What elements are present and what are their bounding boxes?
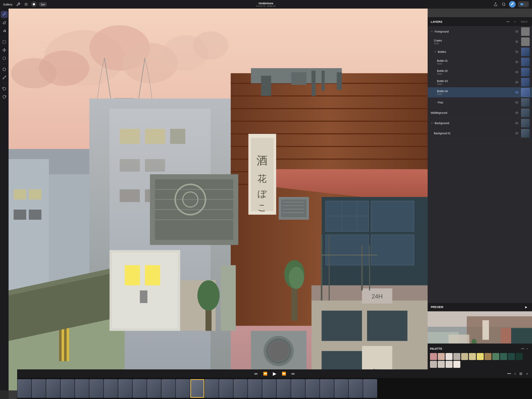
svg-rect-38	[14, 189, 26, 200]
svg-point-26	[193, 31, 228, 60]
eraser-tool-button[interactable]	[1, 19, 8, 26]
svg-point-24	[11, 58, 57, 89]
undo-button[interactable]	[1, 85, 8, 92]
project-subtitle: Frame 33 · Bottle 04	[256, 5, 266, 7]
redo-button[interactable]	[1, 93, 8, 100]
fill-tool-button[interactable]	[1, 27, 8, 34]
svg-rect-49	[120, 189, 140, 200]
svg-rect-39	[29, 189, 41, 200]
lasso-tool-button[interactable]	[1, 55, 8, 62]
settings-icon[interactable]	[23, 1, 29, 7]
svg-rect-45	[145, 129, 165, 144]
pen-tool-button[interactable]	[1, 11, 8, 18]
left-toolbar	[0, 9, 9, 200]
shape-tool-button[interactable]	[1, 66, 8, 73]
svg-text:花: 花	[257, 174, 266, 184]
svg-rect-62	[261, 76, 266, 96]
selection-tool-button[interactable]	[1, 38, 8, 45]
eyedropper-tool-button[interactable]	[1, 74, 8, 81]
svg-text:ぼ: ぼ	[257, 189, 266, 199]
brush-size-selector[interactable]	[31, 1, 37, 7]
tool-separator-3	[2, 83, 7, 83]
svg-rect-44	[120, 129, 140, 144]
pixel-size-badge[interactable]: 1px	[39, 2, 47, 7]
wrench-icon[interactable]	[16, 1, 21, 7]
project-title: Undertone	[256, 1, 266, 5]
svg-point-14	[3, 68, 6, 71]
top-bar-left: Gallery 1px	[3, 1, 47, 7]
svg-point-13	[3, 57, 6, 60]
svg-rect-48	[145, 159, 165, 172]
svg-rect-47	[120, 159, 140, 172]
canvas-area: 酒 花 ぼ こ	[9, 9, 266, 200]
svg-rect-10	[3, 40, 6, 44]
title-center: Undertone Frame 33 · Bottle 04	[256, 1, 266, 7]
svg-rect-46	[170, 129, 185, 144]
top-bar: Gallery 1px Undertone Frame 33 · Bottle …	[0, 0, 266, 9]
tool-icons: 1px	[16, 1, 47, 7]
gallery-button[interactable]: Gallery	[3, 3, 13, 6]
canvas-container[interactable]: 酒 花 ぼ こ	[9, 9, 266, 200]
brush-dot-inner	[33, 3, 35, 6]
scene-svg: 酒 花 ぼ こ	[9, 9, 266, 200]
move-tool-button[interactable]	[1, 46, 8, 54]
tool-separator-2	[2, 64, 7, 64]
svg-text:酒: 酒	[256, 154, 266, 167]
